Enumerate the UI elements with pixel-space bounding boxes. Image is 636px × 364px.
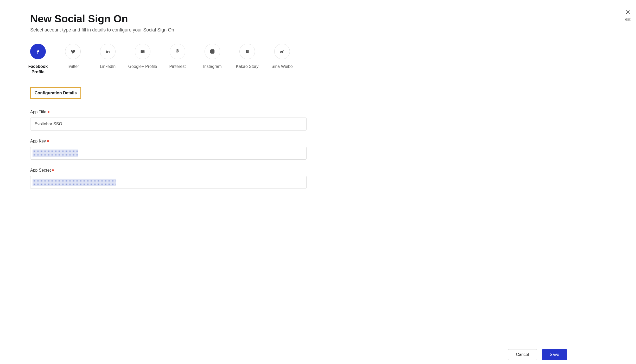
footer: Cancel Save [0, 345, 636, 364]
app-key-input[interactable] [30, 147, 307, 160]
field-label: App Secret [30, 168, 307, 173]
weibo-icon [274, 44, 290, 59]
close-label: esc [625, 17, 631, 21]
provider-kakao[interactable]: Kakao Story [239, 44, 255, 75]
pinterest-icon [170, 44, 185, 59]
svg-point-3 [212, 51, 213, 52]
svg-point-4 [213, 50, 214, 51]
redacted-content [33, 150, 78, 157]
provider-label: Twitter [67, 64, 79, 69]
label-text: App Title [30, 110, 46, 114]
facebook-icon [30, 44, 46, 59]
page-subtitle: Select account type and fill in details … [30, 27, 606, 33]
provider-label: Kakao Story [236, 64, 258, 69]
provider-linkedin[interactable]: LinkedIn [100, 44, 116, 75]
required-indicator-icon [47, 140, 49, 142]
provider-instagram[interactable]: Instagram [205, 44, 220, 75]
provider-label: Sina Weibo [271, 64, 293, 69]
provider-label: Instagram [203, 64, 221, 69]
provider-pinterest[interactable]: Pinterest [170, 44, 185, 75]
close-button[interactable]: esc [625, 9, 631, 21]
app-title-input[interactable] [30, 118, 307, 131]
provider-googleplus[interactable]: G Google+ Profile [135, 44, 150, 75]
googleplus-icon: G [135, 44, 150, 59]
provider-weibo[interactable]: Sina Weibo [274, 44, 290, 75]
provider-label: Google+ Profile [128, 64, 157, 69]
instagram-icon [205, 44, 220, 59]
svg-point-7 [281, 52, 282, 53]
required-indicator-icon [52, 169, 54, 171]
redacted-content [33, 179, 116, 186]
field-label: App Key [30, 139, 307, 144]
field-app-secret: App Secret [30, 168, 307, 189]
svg-text:G: G [143, 52, 144, 53]
twitter-icon [65, 44, 81, 59]
cancel-button[interactable]: Cancel [508, 349, 537, 360]
required-indicator-icon [48, 111, 49, 113]
linkedin-icon [100, 44, 116, 59]
providers-row: FacebookProfile Twitter LinkedIn G Googl… [30, 44, 606, 75]
field-label: App Title [30, 110, 307, 114]
provider-twitter[interactable]: Twitter [65, 44, 81, 75]
section-tab-config-details[interactable]: Configuration Details [30, 87, 81, 99]
svg-point-6 [280, 51, 283, 53]
section-tab-divider [81, 93, 307, 93]
close-icon [625, 9, 631, 16]
save-button[interactable]: Save [542, 349, 567, 360]
label-text: App Key [30, 139, 46, 144]
app-secret-input[interactable] [30, 176, 307, 189]
kakao-icon [239, 44, 255, 59]
field-app-key: App Key [30, 139, 307, 160]
provider-facebook[interactable]: FacebookProfile [30, 44, 46, 75]
page-title: New Social Sign On [30, 13, 606, 25]
section-tab-row: Configuration Details [30, 87, 307, 99]
field-app-title: App Title [30, 110, 307, 131]
provider-label: FacebookProfile [28, 64, 48, 75]
provider-label: Pinterest [169, 64, 186, 69]
provider-label: LinkedIn [100, 64, 116, 69]
label-text: App Secret [30, 168, 51, 173]
